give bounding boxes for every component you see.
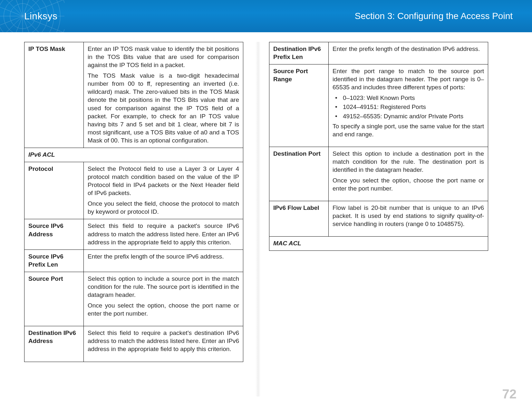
description-paragraph: Enter the prefix length of the destinati… (333, 45, 484, 53)
bullet-item: 49152–65535: Dynamic and/or Private Port… (333, 112, 484, 120)
description-paragraph: The TOS Mask value is a two-digit hexade… (88, 72, 239, 144)
table-row: ProtocolSelect the Protocol field to use… (24, 162, 243, 219)
field-label: IP TOS Mask (24, 42, 84, 148)
description-paragraph: Enter the prefix length of the source IP… (88, 252, 239, 260)
field-description: Select this option to include a source p… (84, 272, 243, 326)
right-table: Destination IPv6 Prefix LenEnter the pre… (269, 42, 488, 251)
bullet-item: 0–1023: Well Known Ports (333, 94, 484, 102)
table-row: Source IPv6 AddressSelect this field to … (24, 219, 243, 250)
bullet-list: 0–1023: Well Known Ports1024–49151: Regi… (333, 94, 484, 120)
description-paragraph: Once you select the option, choose the p… (88, 301, 239, 318)
table-row: Source IPv6 Prefix LenEnter the prefix l… (24, 250, 243, 272)
description-paragraph: Flow label is 20-bit number that is uniq… (333, 204, 484, 228)
table-row: Destination IPv6 Prefix LenEnter the pre… (269, 42, 488, 64)
field-description: Enter the port range to match to the sou… (329, 64, 488, 147)
field-label: Destination IPv6 Prefix Len (269, 42, 329, 64)
description-paragraph: Select this option to include a source p… (88, 275, 239, 299)
page-number: 72 (502, 387, 517, 401)
description-paragraph: Select the Protocol field to use a Layer… (88, 165, 239, 197)
field-description: Enter an IP TOS mask value to identify t… (84, 42, 243, 148)
description-paragraph: Select this field to require a packet's … (88, 222, 239, 246)
field-description: Flow label is 20-bit number that is uniq… (329, 201, 488, 237)
description-paragraph: Select this field to require a packet's … (88, 329, 239, 353)
field-label: Source Port Range (269, 64, 329, 147)
description-paragraph: Enter the port range to match to the sou… (333, 67, 484, 91)
description-paragraph: Once you select the field, choose the pr… (88, 200, 239, 216)
field-description: Select this option to include a destinat… (329, 147, 488, 201)
left-column: IP TOS MaskEnter an IP TOS mask value to… (24, 42, 243, 362)
header: Linksys Section 3: Configuring the Acces… (0, 0, 532, 32)
table-row: MAC ACL (269, 237, 488, 251)
description-paragraph: To specify a single port, use the same v… (333, 122, 484, 138)
table-row: Destination PortSelect this option to in… (269, 147, 488, 201)
field-label: Protocol (24, 162, 84, 219)
table-row: IPv6 ACL (24, 148, 243, 162)
field-label: Source Port (24, 272, 84, 326)
table-row: Source PortSelect this option to include… (24, 272, 243, 326)
table-row: IPv6 Flow LabelFlow label is 20-bit numb… (269, 201, 488, 237)
field-description: Enter the prefix length of the source IP… (84, 250, 243, 272)
field-description: Select this field to require a packet's … (84, 326, 243, 362)
description-paragraph: Once you select the option, choose the p… (333, 176, 484, 192)
table-row: IP TOS MaskEnter an IP TOS mask value to… (24, 42, 243, 148)
field-description: Select this field to require a packet's … (84, 219, 243, 250)
field-label: IPv6 Flow Label (269, 201, 329, 237)
column-divider (256, 42, 261, 396)
section-header: MAC ACL (269, 237, 488, 251)
section-title: Section 3: Configuring the Access Point (355, 11, 513, 21)
bullet-item: 1024–49151: Registered Ports (333, 103, 484, 111)
right-column: Destination IPv6 Prefix LenEnter the pre… (269, 42, 488, 362)
field-label: Source IPv6 Prefix Len (24, 250, 84, 272)
field-label: Source IPv6 Address (24, 219, 84, 250)
field-description: Enter the prefix length of the destinati… (329, 42, 488, 64)
brand-name: Linksys (24, 11, 58, 22)
page-content: IP TOS MaskEnter an IP TOS mask value to… (0, 32, 532, 362)
section-header: IPv6 ACL (24, 148, 243, 162)
field-label: Destination IPv6 Address (24, 326, 84, 362)
field-description: Select the Protocol field to use a Layer… (84, 162, 243, 219)
description-paragraph: Enter an IP TOS mask value to identify t… (88, 45, 239, 69)
description-paragraph: Select this option to include a destinat… (333, 150, 484, 174)
field-label: Destination Port (269, 147, 329, 201)
table-row: Source Port RangeEnter the port range to… (269, 64, 488, 147)
table-row: Destination IPv6 AddressSelect this fiel… (24, 326, 243, 362)
left-table: IP TOS MaskEnter an IP TOS mask value to… (24, 42, 243, 362)
